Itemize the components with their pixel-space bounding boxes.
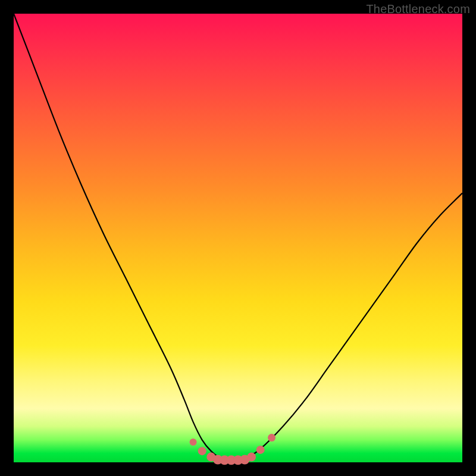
marker-dot [190, 439, 197, 446]
marker-dot [198, 447, 206, 455]
bottleneck-curve [14, 14, 462, 461]
outer-frame: TheBottleneck.com [0, 0, 476, 476]
watermark-text: TheBottleneck.com [366, 2, 470, 16]
marker-dot [256, 446, 265, 454]
marker-dot [247, 452, 256, 461]
chart-overlay [14, 14, 462, 462]
marker-dot [268, 434, 275, 441]
optimal-range-markers [190, 434, 275, 465]
